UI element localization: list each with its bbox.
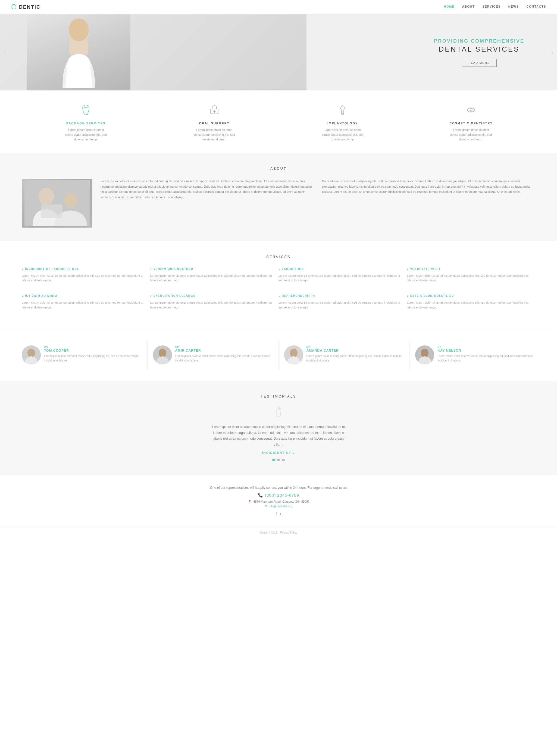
team-dr-2: DR [175, 345, 273, 348]
service-item-4: VOLUPTATE VELIT Lorem ipsum dolor sit am… [407, 267, 535, 288]
email-link[interactable]: info@dentalst.org [269, 505, 292, 508]
testimonials-section: TESTIMONIALS Lorem ipsum dolor sit amet … [0, 381, 557, 475]
team-member-2: DR AMIR CARTER Lorem ipsum dolor sit ame… [148, 340, 279, 370]
team-avatar-4 [415, 345, 434, 365]
testimonial-dot-2[interactable] [277, 459, 280, 461]
service-item-3: LABORIS NISI Lorem ipsum dolor sit amet … [278, 267, 407, 288]
contact-email: ✉ info@dentalst.org [22, 505, 535, 508]
testimonial-dot-3[interactable] [282, 459, 285, 461]
logo[interactable]: DENTIC [11, 3, 40, 11]
tooth-icon [64, 104, 108, 118]
team-grid: DR TOM COOPER Lorem ipsum dolor sit amet… [16, 340, 541, 370]
team-desc-1: Lorem ipsum dolor sit amet conse ctatur … [44, 354, 142, 363]
service-package-title: PACKAGE SERVICES [64, 122, 108, 125]
team-name-1: TOM COOPER [44, 349, 142, 352]
hero-title: DENTAL SERVICES [434, 45, 524, 54]
facebook-link[interactable]: f [276, 512, 277, 516]
service-1-title: INCIDIDUNT UT LABORE ET DOL [22, 267, 145, 271]
hero-section: PROVIDING COMPREHENSIVE DENTAL SERVICES … [0, 14, 557, 90]
svg-point-20 [421, 349, 429, 357]
hero-read-more-button[interactable]: READ MORE [462, 59, 497, 67]
service-item-7: REPREHENDERIT IN Lorem ipsum dolor sit a… [278, 294, 407, 315]
team-info-1: DR TOM COOPER Lorem ipsum dolor sit amet… [44, 345, 142, 363]
team-info-4: DR KAY NELSON Lorem ipsum dolor sit amet… [437, 345, 535, 363]
team-desc-2: Lorem ipsum dolor sit amet conse ctatur … [175, 354, 273, 363]
svg-point-11 [65, 193, 77, 208]
about-section: ABOUT Lorem ipsum dolor sit amet conse c… [0, 153, 557, 241]
service-7-title: REPREHENDERIT IN [278, 294, 402, 298]
service-7-text: Lorem ipsum dolor sit amet conse ctatur … [278, 300, 402, 310]
main-services-section: SERVICES INCIDIDUNT UT LABORE ET DOL Lor… [0, 241, 557, 329]
lips-icon [449, 104, 493, 118]
contact-phone: 📞 (800) 2345-6789 [22, 493, 535, 498]
service-oral-text: Lorem ipsum dolor sit amet conse ctatur … [193, 128, 236, 142]
services-grid-row2: IUT ENIM AD MINIM Lorem ipsum dolor sit … [22, 294, 535, 315]
service-cosmetic-text: Lorem ipsum dolor sit amet conse ctatur … [449, 128, 493, 142]
service-5-text: Lorem ipsum dolor sit amet conse ctatur … [22, 300, 145, 310]
team-avatar-3 [284, 345, 303, 365]
privacy-policy-link[interactable]: Privacy Policy [280, 531, 297, 534]
about-content: Lorem ipsum dolor sit amet conse ctetur … [22, 179, 535, 227]
team-dr-4: DR [437, 345, 535, 348]
footer-text: Dentic © 2015. Privacy Policy [4, 531, 553, 534]
service-icon-item-cosmetic: COSMETIC DENTISTRY Lorem ipsum dolor sit… [449, 104, 493, 142]
contact-strip: One of our representatives will happily … [0, 475, 557, 527]
team-name-2: AMIR CARTER [175, 349, 273, 352]
address-text: 4576 Marmure Road, Glasgow G04 89GR [253, 500, 309, 503]
nav-about[interactable]: ABOUT [462, 5, 475, 9]
about-image [22, 179, 92, 227]
service-item-1: INCIDIDUNT UT LABORE ET DOL Lorem ipsum … [22, 267, 150, 288]
testimonial-author: INCIDIDUNT UT L [22, 451, 535, 454]
service-item-6: EXERCITATION ULLAMCO Lorem ipsum dolor s… [150, 294, 279, 315]
team-dr-1: DR [44, 345, 142, 348]
contact-strip-text: One of our representatives will happily … [22, 486, 535, 490]
hero-prev-button[interactable]: ‹ [4, 50, 6, 56]
svg-point-14 [27, 349, 35, 357]
svg-rect-12 [41, 204, 62, 218]
nav-home[interactable]: HOME [444, 5, 455, 9]
hero-content: PROVIDING COMPREHENSIVE DENTAL SERVICES … [434, 38, 524, 67]
about-text-left: Lorem ipsum dolor sit amet conse ctetur … [100, 179, 314, 200]
team-member-1: DR TOM COOPER Lorem ipsum dolor sit amet… [16, 340, 148, 370]
team-name-4: KAY NELSON [437, 349, 535, 352]
twitter-link[interactable]: t [280, 512, 281, 516]
service-oral-title: ORAL SURGERY [193, 122, 236, 125]
nav-contacts[interactable]: CONTACTS [527, 5, 546, 9]
services-grid-row1: INCIDIDUNT UT LABORE ET DOL Lorem ipsum … [22, 267, 535, 288]
email-icon: ✉ [265, 505, 267, 508]
hero-subtitle: PROVIDING COMPREHENSIVE [434, 38, 524, 44]
contact-address: 📍 4576 Marmure Road, Glasgow G04 89GR [22, 500, 535, 503]
team-info-2: DR AMIR CARTER Lorem ipsum dolor sit ame… [175, 345, 273, 363]
service-3-text: Lorem ipsum dolor sit amet conse ctatur … [278, 274, 402, 283]
main-services-title: SERVICES [22, 255, 535, 259]
header: DENTIC HOME ABOUT SERVICES NEWS CONTACTS [0, 0, 557, 14]
team-name-3: AMANDA CARTER [306, 349, 404, 352]
service-item-5: IUT ENIM AD MINIM Lorem ipsum dolor sit … [22, 294, 150, 315]
service-8-text: Lorem ipsum dolor sit amet conse ctatur … [407, 300, 530, 310]
testimonial-dot-1[interactable] [272, 459, 275, 461]
implant-icon [321, 104, 364, 118]
about-title: ABOUT [22, 166, 535, 170]
testimonial-dots [22, 459, 535, 461]
nav: HOME ABOUT SERVICES NEWS CONTACTS [444, 5, 546, 9]
svg-point-18 [290, 349, 297, 357]
service-cosmetic-title: COSMETIC DENTISTRY [449, 122, 493, 125]
services-icons-section: PACKAGE SERVICES Lorem ipsum dolor sit a… [0, 90, 557, 153]
nav-services[interactable]: SERVICES [482, 5, 500, 9]
quote-icon [22, 407, 535, 420]
oral-surgery-icon [193, 104, 236, 118]
logo-text: DENTIC [19, 4, 40, 10]
team-dr-3: DR [306, 345, 404, 348]
service-6-text: Lorem ipsum dolor sit amet conse ctatur … [150, 300, 273, 310]
hero-next-button[interactable]: › [551, 50, 553, 56]
nav-news[interactable]: NEWS [508, 5, 519, 9]
svg-point-10 [38, 188, 54, 205]
testimonials-title: TESTIMONIALS [22, 394, 535, 398]
team-desc-3: Lorem ipsum dolor sit amet conse ctatur … [306, 354, 404, 363]
service-5-title: IUT ENIM AD MINIM [22, 294, 145, 298]
service-package-text: Lorem ipsum dolor sit amet conse ctatur … [64, 128, 108, 142]
svg-point-0 [12, 5, 16, 9]
svg-point-16 [159, 349, 166, 357]
service-icon-item-oral: ORAL SURGERY Lorem ipsum dolor sit amet … [193, 104, 236, 142]
service-3-title: LABORIS NISI [278, 267, 402, 271]
